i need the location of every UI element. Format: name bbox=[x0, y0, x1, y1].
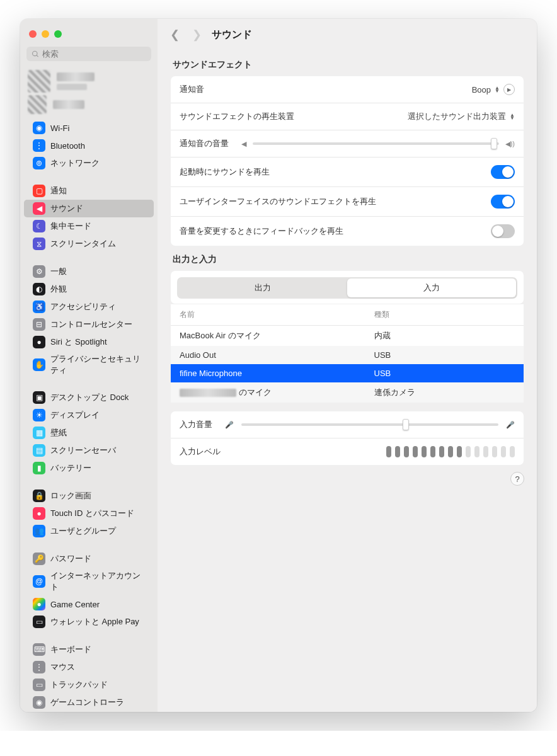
sidebar-item-tp[interactable]: ▭トラックパッド bbox=[24, 676, 154, 694]
zoom-button[interactable] bbox=[54, 30, 62, 38]
level-bar bbox=[386, 446, 391, 457]
account-row[interactable] bbox=[20, 67, 158, 95]
sidebar-item-wifi[interactable]: ◉Wi-Fi bbox=[24, 119, 154, 137]
game-icon: ◉ bbox=[33, 696, 45, 709]
at-icon: @ bbox=[33, 575, 45, 588]
sidebar-item-label: Touch ID とパスコード bbox=[50, 508, 134, 519]
account-sub bbox=[57, 84, 87, 90]
key-icon: 🔑 bbox=[33, 553, 45, 565]
device-row[interactable]: MacBook Air のマイク内蔵 bbox=[171, 326, 524, 346]
sidebar-item-bell[interactable]: ▢通知 bbox=[24, 182, 154, 200]
volume-low-icon: ◀ bbox=[241, 140, 246, 148]
alert-sound-value[interactable]: Boop bbox=[472, 85, 491, 94]
sidebar-item-gear[interactable]: ⚙一般 bbox=[24, 263, 154, 280]
level-bar bbox=[439, 446, 444, 457]
search-field[interactable] bbox=[26, 47, 151, 61]
level-bar bbox=[474, 446, 479, 457]
level-bar bbox=[413, 446, 418, 457]
level-bar bbox=[466, 446, 471, 457]
sidebar-item-label: ウォレットと Apple Pay bbox=[50, 616, 139, 627]
alert-volume-slider[interactable]: ◀ ◀)) bbox=[241, 140, 515, 148]
input-volume-label: 入力音量 bbox=[180, 419, 212, 430]
settings-window: ◉Wi-Fi⋮Bluetooth⊚ネットワーク▢通知◀サウンド☾集中モード⧖スク… bbox=[20, 19, 537, 712]
users-icon: 👥 bbox=[33, 525, 45, 537]
back-button[interactable]: ❮ bbox=[170, 28, 180, 42]
device-type: 内蔵 bbox=[374, 330, 515, 341]
account-name bbox=[53, 100, 84, 109]
search-input[interactable] bbox=[42, 49, 146, 59]
input-level-label: 入力レベル bbox=[180, 446, 221, 457]
sidebar-item-sound[interactable]: ◀サウンド bbox=[24, 200, 154, 217]
sidebar-item-acc[interactable]: ♿アクセシビリティ bbox=[24, 298, 154, 316]
device-row[interactable]: fifine MicrophoneUSB bbox=[171, 364, 524, 382]
input-controls-panel: 入力音量 🎤 🎤 入力レベル bbox=[170, 411, 524, 466]
device-row[interactable]: Audio OutUSB bbox=[171, 346, 524, 364]
input-level-meter bbox=[386, 446, 515, 457]
stepper-icon[interactable]: ▲▼ bbox=[510, 113, 515, 120]
sidebar-item-label: ディスプレイ bbox=[50, 410, 100, 421]
ui-sound-toggle[interactable] bbox=[491, 195, 515, 209]
device-type: USB bbox=[374, 350, 515, 360]
wifi-icon: ◉ bbox=[33, 122, 45, 134]
sidebar-item-appear[interactable]: ◐外観 bbox=[24, 280, 154, 298]
page-title: サウンド bbox=[212, 28, 252, 42]
volume-feedback-toggle[interactable] bbox=[491, 224, 515, 238]
account-name bbox=[57, 72, 95, 81]
window-controls bbox=[20, 26, 158, 47]
input-volume-slider[interactable]: 🎤 🎤 bbox=[225, 421, 515, 429]
mic-low-icon: 🎤 bbox=[225, 421, 235, 429]
sidebar-item-label: デスクトップと Dock bbox=[50, 392, 129, 403]
tab-input[interactable]: 入力 bbox=[347, 278, 516, 297]
sidebar-item-focus[interactable]: ☾集中モード bbox=[24, 217, 154, 235]
sidebar-item-dock[interactable]: ▣デスクトップと Dock bbox=[24, 389, 154, 406]
touch-icon: ● bbox=[33, 507, 45, 520]
svg-line-1 bbox=[37, 55, 38, 57]
wallet-icon: ▭ bbox=[33, 616, 45, 628]
tab-output[interactable]: 出力 bbox=[178, 278, 347, 297]
appear-icon: ◐ bbox=[33, 283, 45, 295]
sidebar-item-label: Bluetooth bbox=[50, 141, 85, 151]
sidebar-item-lock[interactable]: 🔒ロック画面 bbox=[24, 487, 154, 505]
sidebar-item-at[interactable]: @インターネットアカウント bbox=[24, 568, 154, 595]
sidebar-item-bat[interactable]: ▮バッテリー bbox=[24, 459, 154, 477]
sidebar-item-print[interactable]: ⎙プリンタとスキャナ bbox=[24, 711, 154, 712]
effect-device-value[interactable]: 選択したサウンド出力装置 bbox=[408, 111, 506, 122]
main-pane: ❮ ❯ サウンド サウンドエフェクト 通知音 Boop ▲▼ ▶ サウンドエフェ… bbox=[158, 19, 537, 712]
device-name: fifine Microphone bbox=[180, 369, 374, 378]
sidebar-item-wallet[interactable]: ▭ウォレットと Apple Pay bbox=[24, 613, 154, 631]
level-bar bbox=[501, 446, 506, 457]
section-sound-effects: サウンドエフェクト bbox=[173, 59, 524, 71]
sidebar-item-mouse[interactable]: ⋮マウス bbox=[24, 658, 154, 676]
sidebar-item-bt[interactable]: ⋮Bluetooth bbox=[24, 137, 154, 154]
sidebar-item-label: トラックパッド bbox=[50, 679, 108, 690]
sidebar-item-gc[interactable]: ●Game Center bbox=[24, 595, 154, 613]
stepper-icon[interactable]: ▲▼ bbox=[495, 86, 500, 93]
sidebar-item-siri[interactable]: ●Siri と Spotlight bbox=[24, 333, 154, 351]
sidebar-item-ss[interactable]: ▤スクリーンセーバ bbox=[24, 442, 154, 459]
device-row[interactable]: のマイク連係カメラ bbox=[171, 382, 524, 403]
bell-icon: ▢ bbox=[33, 185, 45, 197]
sidebar-item-net[interactable]: ⊚ネットワーク bbox=[24, 154, 154, 172]
play-button[interactable]: ▶ bbox=[503, 84, 515, 95]
close-button[interactable] bbox=[29, 30, 37, 38]
sidebar-item-wall[interactable]: ▦壁紙 bbox=[24, 424, 154, 442]
startup-sound-toggle[interactable] bbox=[491, 165, 515, 179]
forward-button[interactable]: ❯ bbox=[192, 28, 202, 42]
search-icon bbox=[32, 50, 40, 59]
sidebar-item-cc[interactable]: ⊟コントロールセンター bbox=[24, 316, 154, 333]
sidebar-item-touch[interactable]: ●Touch ID とパスコード bbox=[24, 505, 154, 522]
minimize-button[interactable] bbox=[42, 30, 49, 38]
sidebar-item-kb[interactable]: ⌨キーボード bbox=[24, 641, 154, 658]
header: ❮ ❯ サウンド bbox=[158, 19, 537, 48]
sidebar-item-key[interactable]: 🔑パスワード bbox=[24, 550, 154, 568]
device-name: Audio Out bbox=[180, 350, 374, 360]
sidebar-item-game[interactable]: ◉ゲームコントローラ bbox=[24, 694, 154, 711]
account-row-2[interactable] bbox=[20, 95, 158, 117]
sidebar-item-disp[interactable]: ☀ディスプレイ bbox=[24, 406, 154, 424]
sidebar-item-priv[interactable]: ✋プライバシーとセキュリティ bbox=[24, 351, 154, 379]
sidebar-item-time[interactable]: ⧖スクリーンタイム bbox=[24, 235, 154, 253]
sidebar-item-users[interactable]: 👥ユーザとグループ bbox=[24, 522, 154, 540]
device-type: USB bbox=[374, 369, 515, 378]
help-button[interactable]: ? bbox=[510, 472, 524, 486]
device-table: 名前 種類 MacBook Air のマイク内蔵Audio OutUSBfifi… bbox=[170, 304, 524, 403]
